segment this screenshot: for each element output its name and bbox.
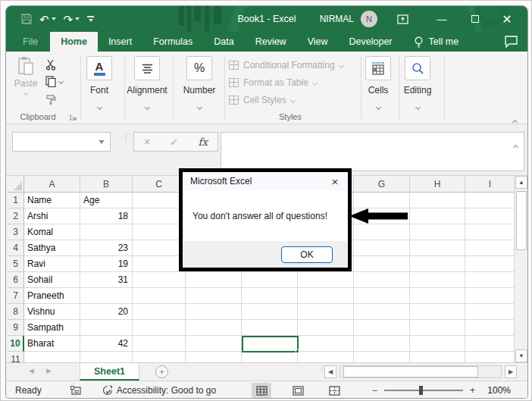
cell-b1[interactable]: Age xyxy=(80,193,133,208)
prev-sheet-icon[interactable]: ◀ xyxy=(29,367,34,374)
tab-file[interactable]: File xyxy=(11,32,50,52)
new-sheet-button[interactable]: + xyxy=(155,365,168,378)
cells-group-button[interactable] xyxy=(365,56,391,80)
expand-formula-bar-icon[interactable] xyxy=(514,139,518,152)
cell-i11[interactable] xyxy=(465,352,515,362)
close-button[interactable]: ✕ xyxy=(494,6,520,32)
cells-group-chevron-icon[interactable] xyxy=(355,99,401,112)
cell-h1[interactable] xyxy=(410,193,465,208)
alignment-group-chevron-icon[interactable] xyxy=(124,99,170,112)
alignment-group-button[interactable] xyxy=(134,56,160,80)
cell-i4[interactable] xyxy=(465,240,515,256)
column-header-g[interactable]: G xyxy=(354,176,410,193)
column-header-a[interactable]: A xyxy=(24,176,80,193)
cell-b3[interactable] xyxy=(80,224,133,240)
cell-h11[interactable] xyxy=(410,352,465,362)
vertical-scroll-thumb[interactable] xyxy=(516,191,527,250)
cell-d10[interactable] xyxy=(186,336,242,352)
cell-g7[interactable] xyxy=(354,288,410,304)
scroll-right-icon[interactable]: ▶ xyxy=(505,365,517,378)
cell-f11[interactable] xyxy=(298,352,354,362)
tab-data[interactable]: Data xyxy=(203,32,244,52)
cell-b10[interactable]: 42 xyxy=(80,336,133,352)
redo-dropdown-icon[interactable] xyxy=(75,17,80,20)
cell-c8[interactable] xyxy=(133,304,186,320)
conditional-formatting-button[interactable]: Conditional Formatting xyxy=(229,58,343,73)
format-as-table-button[interactable]: Format as Table xyxy=(229,75,317,90)
row-header-9[interactable]: 9 xyxy=(8,320,24,336)
minimize-button[interactable]: — xyxy=(429,6,455,32)
cell-b11[interactable] xyxy=(80,352,133,362)
vertical-scrollbar[interactable]: ▲ ▼ xyxy=(514,176,527,362)
normal-view-button[interactable] xyxy=(252,383,271,398)
name-box-dropdown-icon[interactable] xyxy=(99,140,105,144)
macro-record-icon[interactable] xyxy=(70,386,81,395)
cell-b6[interactable]: 31 xyxy=(80,272,133,288)
cell-a9[interactable]: Sampath xyxy=(24,320,80,336)
tab-review[interactable]: Review xyxy=(245,32,297,52)
cell-g5[interactable] xyxy=(354,256,410,272)
column-header-i[interactable]: I xyxy=(465,176,515,193)
row-header-4[interactable]: 4 xyxy=(8,240,24,256)
cell-c10[interactable] xyxy=(133,336,186,352)
user-avatar[interactable]: N xyxy=(361,11,377,27)
cell-h8[interactable] xyxy=(410,304,465,320)
cell-c7[interactable] xyxy=(133,288,186,304)
cell-d7[interactable] xyxy=(186,288,242,304)
sheet-tab-sheet1[interactable]: Sheet1 xyxy=(80,363,139,381)
tab-view[interactable]: View xyxy=(297,32,339,52)
horizontal-scrollbar[interactable] xyxy=(340,365,502,378)
cell-f7[interactable] xyxy=(298,288,354,304)
cell-b2[interactable]: 18 xyxy=(80,208,133,224)
row-header-11[interactable]: 11 xyxy=(8,352,24,362)
cell-d9[interactable] xyxy=(186,320,242,336)
cell-f9[interactable] xyxy=(298,320,354,336)
cell-g9[interactable] xyxy=(354,320,410,336)
cell-a8[interactable]: Vishnu xyxy=(24,304,80,320)
copy-icon[interactable] xyxy=(45,76,56,87)
dialog-title-bar[interactable]: Microsoft Excel × xyxy=(183,172,348,190)
cell-c11[interactable] xyxy=(133,352,186,362)
cell-g8[interactable] xyxy=(354,304,410,320)
comments-icon[interactable] xyxy=(504,35,518,48)
cell-a1[interactable]: Name xyxy=(24,193,80,208)
undo-icon[interactable]: ↶ xyxy=(39,14,49,25)
tab-developer[interactable]: Developer xyxy=(339,32,403,52)
cell-i6[interactable] xyxy=(465,272,515,288)
cell-c3[interactable] xyxy=(133,224,186,240)
cell-h6[interactable] xyxy=(410,272,465,288)
scroll-up-icon[interactable]: ▲ xyxy=(515,176,527,189)
scroll-left-icon[interactable]: ◀ xyxy=(324,365,336,378)
enter-icon[interactable]: ✓ xyxy=(170,136,179,148)
cell-i3[interactable] xyxy=(465,224,515,240)
clipboard-dialog-launcher-icon[interactable] xyxy=(70,114,77,121)
column-header-c[interactable]: C xyxy=(133,176,186,193)
cell-a10[interactable]: Bharat xyxy=(24,336,80,352)
cell-g11[interactable] xyxy=(354,352,410,362)
page-break-view-button[interactable] xyxy=(324,383,344,398)
next-sheet-icon[interactable]: ▶ xyxy=(46,367,52,374)
editing-group-chevron-icon[interactable] xyxy=(395,99,440,112)
cell-d11[interactable] xyxy=(186,352,242,362)
tell-me[interactable]: Tell me xyxy=(414,32,459,52)
number-group-chevron-icon[interactable] xyxy=(177,99,222,112)
cell-c9[interactable] xyxy=(133,320,186,336)
zoom-slider-handle[interactable] xyxy=(419,386,423,395)
cell-b9[interactable] xyxy=(80,320,133,336)
cell-g6[interactable] xyxy=(354,272,410,288)
cell-c4[interactable] xyxy=(133,240,186,256)
tab-home[interactable]: Home xyxy=(50,32,98,52)
font-group-button[interactable]: A xyxy=(86,56,112,80)
cell-i5[interactable] xyxy=(465,256,515,272)
cell-i1[interactable] xyxy=(465,193,515,208)
column-header-h[interactable]: H xyxy=(410,176,465,193)
cell-f8[interactable] xyxy=(298,304,354,320)
horizontal-scroll-thumb[interactable] xyxy=(343,366,478,378)
cell-f10[interactable] xyxy=(298,336,354,352)
cell-c5[interactable] xyxy=(133,256,186,272)
cell-b4[interactable]: 23 xyxy=(80,240,133,256)
ok-button[interactable]: OK xyxy=(281,246,333,263)
redo-icon[interactable]: ↷ xyxy=(64,14,74,25)
editing-group-button[interactable] xyxy=(405,56,430,80)
accessibility-status[interactable]: Accessibility: Good to go xyxy=(102,385,216,396)
